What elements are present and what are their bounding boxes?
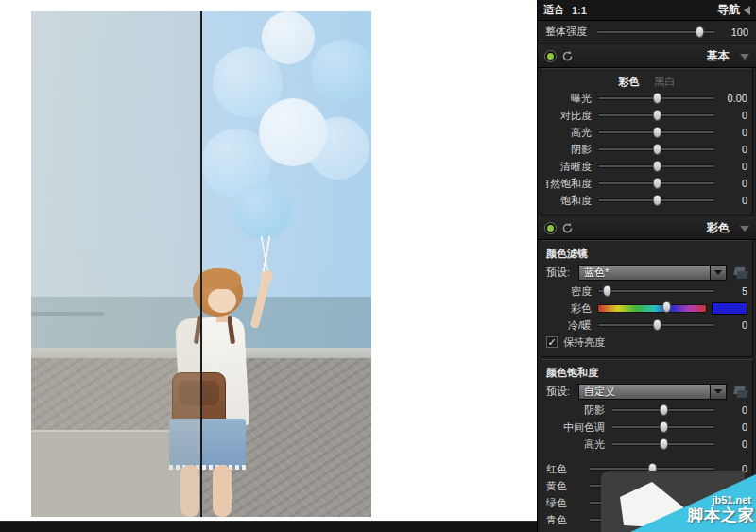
saturation-preset-row: 预设: 自定义: [546, 381, 747, 402]
preset-label: 预设:: [546, 385, 578, 399]
warmth-label: 冷/暖: [546, 318, 592, 333]
saturation-slider[interactable]: [597, 198, 715, 202]
master-strength-label: 整体强度: [545, 25, 596, 39]
color-section-title[interactable]: 彩色: [707, 220, 730, 236]
fit-button[interactable]: 适合: [543, 3, 564, 17]
chevron-down-icon[interactable]: [740, 226, 749, 232]
watermark: jb51.net 脚本之家: [595, 466, 756, 532]
filter-preset-dropdown[interactable]: 蓝色*: [578, 265, 727, 281]
tone-highlights-value: 0: [715, 438, 747, 450]
green-channel-label: 绿色: [546, 496, 582, 510]
tone-midtones-value: 0: [715, 421, 747, 433]
warmth-value: 0: [715, 319, 747, 331]
exposure-value: 0.00: [715, 93, 747, 104]
warmth-slider[interactable]: [597, 323, 715, 327]
before-overlay: [31, 11, 202, 517]
filter-preset-row: 预设: 蓝色*: [546, 262, 747, 283]
dropdown-arrow-icon[interactable]: [711, 384, 727, 400]
master-strength-slider[interactable]: [596, 30, 716, 34]
dropdown-arrow-icon[interactable]: [711, 265, 727, 281]
balloon: [262, 11, 315, 64]
save-preset-icon[interactable]: [732, 386, 747, 398]
clarity-value: 0: [715, 161, 747, 172]
enable-toggle-icon[interactable]: [544, 222, 557, 234]
girl-hair-fringe: [198, 268, 241, 289]
clarity-slider[interactable]: [597, 164, 715, 168]
color-filter-title: 颜色滤镜: [546, 245, 747, 262]
exposure-slider[interactable]: [597, 96, 715, 100]
enable-toggle-icon[interactable]: [544, 50, 557, 62]
highlights-label: 高光: [546, 126, 592, 140]
exposure-label: 曝光: [546, 92, 592, 106]
saturation-preset-value: 自定义: [578, 384, 711, 400]
preview-canvas: [0, 0, 537, 532]
balloon: [259, 98, 327, 166]
tone-highlights-slider[interactable]: [610, 442, 715, 446]
saturation-value: 0: [715, 195, 747, 206]
shadows-label: 阴影: [546, 143, 592, 157]
shadows-slider[interactable]: [597, 147, 715, 151]
view-toolbar: 适合 1:1 导航: [538, 0, 756, 21]
chevron-down-icon[interactable]: [740, 54, 749, 60]
girl-leg: [213, 465, 232, 517]
density-label: 密度: [546, 284, 592, 299]
hue-slider[interactable]: [597, 304, 707, 313]
density-slider[interactable]: [597, 289, 715, 293]
contrast-value: 0: [715, 110, 747, 121]
master-strength-value: 100: [716, 26, 748, 38]
color-filter-box: 颜色滤镜 预设: 蓝色* 密度5 彩色 冷/暖0 ✓ 保持亮度: [541, 240, 753, 357]
watermark-site-name: 脚本之家: [687, 505, 755, 526]
color-section-header: 彩色: [538, 217, 756, 240]
collapse-left-icon[interactable]: [744, 6, 750, 15]
reset-icon[interactable]: [561, 222, 574, 234]
saturation-preset-dropdown[interactable]: 自定义: [578, 384, 727, 400]
preserve-luminosity-checkbox[interactable]: ✓: [546, 336, 558, 348]
master-strength-row: 整体强度 100: [538, 21, 756, 43]
tone-shadows-value: 0: [715, 404, 747, 416]
girl-face: [208, 288, 236, 313]
saturation-label: 饱和度: [546, 194, 592, 208]
contrast-slider[interactable]: [597, 113, 715, 117]
photo-preview: [31, 11, 371, 517]
balloon: [234, 182, 291, 239]
zoom-ratio-button[interactable]: 1:1: [572, 5, 587, 16]
vibrance-value: 0: [715, 178, 747, 189]
control-panel: 适合 1:1 导航 整体强度 100 基本 彩色 黑白 曝光0.00 对比度0 …: [537, 0, 756, 532]
balloon: [311, 40, 371, 102]
vibrance-label: 自然饱和度: [546, 177, 592, 191]
girl-hand: [261, 270, 273, 283]
tab-bw[interactable]: 黑白: [655, 75, 676, 89]
hue-label: 彩色: [546, 301, 592, 316]
contrast-label: 对比度: [546, 109, 592, 123]
red-channel-label: 红色: [546, 462, 582, 476]
shadows-value: 0: [715, 144, 747, 155]
tab-color[interactable]: 彩色: [619, 75, 640, 89]
density-value: 5: [715, 285, 747, 297]
vibrance-slider[interactable]: [597, 181, 715, 185]
highlights-slider[interactable]: [597, 130, 715, 134]
tone-highlights-label: 高光: [546, 438, 605, 452]
cyan-channel-label: 青色: [546, 513, 582, 527]
split-divider[interactable]: [200, 11, 202, 517]
filter-preset-value: 蓝色*: [578, 265, 711, 281]
basic-section-header: 基本: [538, 45, 756, 68]
bottom-status-bar: [0, 521, 537, 532]
preset-label: 预设:: [546, 266, 578, 280]
mode-tabs: 彩色 黑白: [546, 73, 747, 90]
tone-shadows-label: 阴影: [546, 403, 605, 418]
basic-box: 彩色 黑白 曝光0.00 对比度0 高光0 阴影0 清晰度0 自然饱和度0 饱和…: [541, 68, 753, 215]
yellow-channel-label: 黄色: [546, 479, 582, 493]
hue-color-swatch: [712, 302, 747, 315]
preserve-luminosity-label: 保持亮度: [563, 335, 605, 350]
tone-midtones-slider[interactable]: [610, 425, 715, 429]
highlights-value: 0: [715, 127, 747, 138]
color-saturation-title: 颜色饱和度: [546, 364, 747, 381]
navigator-title[interactable]: 导航: [717, 2, 740, 18]
basic-section-title[interactable]: 基本: [707, 48, 730, 64]
tone-shadows-slider[interactable]: [610, 408, 715, 412]
reset-icon[interactable]: [561, 50, 574, 62]
tone-midtones-label: 中间色调: [546, 420, 605, 435]
save-preset-icon[interactable]: [732, 266, 747, 279]
clarity-label: 清晰度: [546, 160, 592, 174]
